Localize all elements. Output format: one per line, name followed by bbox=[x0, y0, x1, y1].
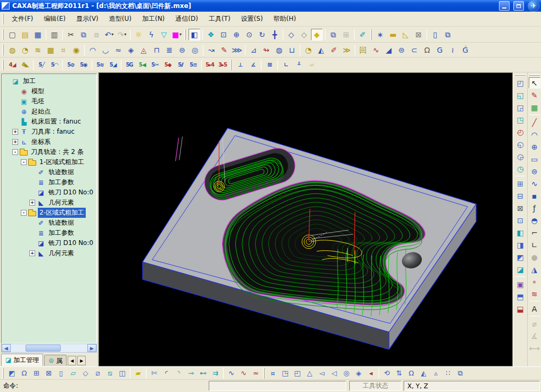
undo-button[interactable]: ↶ bbox=[103, 29, 115, 40]
loft-cut-feature[interactable]: ◷ bbox=[514, 163, 526, 174]
color-swatch-button[interactable]: ■ bbox=[171, 29, 183, 40]
toolbar-handle[interactable] bbox=[230, 60, 232, 70]
polyline-tool[interactable]: ⌐ bbox=[529, 227, 540, 238]
formula-curve-tool[interactable]: ƒ bbox=[529, 202, 540, 214]
trace-machining[interactable]: ≀ bbox=[447, 44, 458, 55]
region-machining[interactable]: ◍ bbox=[273, 44, 285, 55]
five-axis-layer-machining[interactable]: 5≡ bbox=[187, 59, 199, 70]
contour-rough-machining[interactable]: ◔ bbox=[19, 44, 31, 55]
corner-tool[interactable]: ∟ bbox=[529, 239, 540, 250]
shaded-display-button[interactable]: ◆ bbox=[311, 29, 323, 40]
tree-expand-box[interactable]: + bbox=[29, 200, 35, 206]
set-square-tool-button[interactable]: ◺ bbox=[400, 29, 412, 40]
menu-grab-handle[interactable] bbox=[2, 14, 4, 24]
five-axis-flat-machining[interactable]: 5◢ bbox=[107, 59, 119, 70]
print-button[interactable]: ▥ bbox=[48, 29, 60, 40]
visibility-button[interactable]: ϟ bbox=[145, 29, 157, 40]
tree-tp2-geometry[interactable]: + ◣ 几何元素 bbox=[2, 248, 96, 258]
dim-diameter-tool[interactable]: ⌀ bbox=[529, 318, 540, 329]
rib-feature[interactable]: ◨ bbox=[514, 239, 526, 250]
overlay-bird-icon[interactable]: ✈ bbox=[528, 0, 539, 12]
spray-tool-button[interactable]: ✐ bbox=[357, 29, 368, 40]
curve-fillet-tool[interactable]: ◜ bbox=[161, 368, 172, 379]
five-axis-hole-machining[interactable]: 5◉ bbox=[78, 59, 89, 70]
bounded-plane-tool[interactable]: ▯ bbox=[55, 368, 67, 379]
tree-expand-box[interactable]: - bbox=[21, 159, 27, 165]
three-to-five-axis-machining[interactable]: 3▸5 bbox=[217, 59, 228, 70]
check-tool-button[interactable]: ⊠ bbox=[413, 29, 424, 40]
five-axis-line-machining[interactable]: 5╱ bbox=[36, 59, 47, 70]
grid-rough-machining[interactable]: ▦ bbox=[45, 44, 56, 55]
tree-expand-box[interactable]: + bbox=[12, 139, 18, 145]
scroll-track[interactable] bbox=[11, 344, 87, 352]
toolbar-handle[interactable] bbox=[184, 29, 186, 40]
menu-modeling[interactable]: 造型(U) bbox=[104, 12, 137, 26]
coord-arc-tool[interactable]: ∡ bbox=[247, 59, 259, 70]
tree-expand-box[interactable]: - bbox=[12, 149, 18, 155]
drawing-grid-tool[interactable]: ▦ bbox=[529, 102, 540, 113]
menu-tools[interactable]: 工具(T) bbox=[203, 12, 236, 26]
scale-3d-tool[interactable]: ▵ bbox=[430, 368, 441, 379]
coord-delete-tool[interactable]: ⊠ bbox=[264, 59, 275, 70]
sketch-mode-tool[interactable]: ✎ bbox=[529, 89, 540, 101]
hole-feature[interactable]: ⊠ bbox=[514, 202, 526, 214]
minimize-button[interactable] bbox=[499, 1, 510, 11]
copy-window-tool[interactable]: ⧉ bbox=[455, 368, 466, 379]
toolbar-handle[interactable] bbox=[2, 368, 4, 379]
sweep-add-feature[interactable]: ◲ bbox=[514, 102, 526, 113]
entity-mirror-v-tool[interactable]: ◁ bbox=[329, 368, 340, 379]
scroll-thumb[interactable] bbox=[26, 345, 61, 352]
curve-join-tool[interactable]: ⇉ bbox=[210, 368, 221, 379]
extend-surface-tool[interactable]: ⧅ bbox=[104, 368, 116, 379]
curve-projection-machining[interactable]: ↝ bbox=[206, 44, 217, 55]
arc-tool[interactable]: ◠ bbox=[529, 129, 540, 140]
net-surface-tool[interactable]: ◩ bbox=[6, 368, 18, 379]
ellipse-arc-tool[interactable]: ◓ bbox=[529, 215, 540, 226]
tab-machining-manager[interactable]: ◪ 加工管理 bbox=[1, 354, 43, 366]
g01-drill-machining[interactable]: Ω bbox=[421, 44, 433, 55]
toolbar-handle[interactable] bbox=[515, 74, 526, 76]
cone-machining[interactable]: ◭ bbox=[315, 44, 327, 55]
five-axis-cut-machining[interactable]: 5✂ bbox=[149, 59, 161, 70]
boolean-operation[interactable]: ▣ bbox=[514, 279, 526, 290]
dim-angle-tool[interactable]: ∡ bbox=[529, 330, 540, 341]
shell-feature[interactable]: ◧ bbox=[514, 227, 526, 238]
curve-trim-tool[interactable]: ✄ bbox=[149, 368, 160, 379]
save-button[interactable]: ▦ bbox=[32, 29, 44, 40]
menu-file[interactable]: 文件(F) bbox=[6, 12, 38, 26]
five-axis-side-machining[interactable]: 5◀ bbox=[136, 59, 148, 70]
plane-flag-b-tool[interactable]: ⊠ bbox=[43, 368, 54, 379]
entity-rotate-tool[interactable]: ◳ bbox=[280, 368, 291, 379]
entity-mirror-h-tool[interactable]: ◅ bbox=[316, 368, 327, 379]
viewport-canvas[interactable] bbox=[99, 72, 513, 366]
rotate-view-button[interactable]: ↻ bbox=[256, 29, 268, 40]
entity-translate-tool[interactable]: ◰ bbox=[292, 368, 303, 379]
tab-prev-button[interactable]: ◀ bbox=[68, 356, 76, 365]
solid-contour-machining[interactable]: ⊿ bbox=[248, 44, 259, 55]
filter-button[interactable]: ▽ bbox=[158, 29, 170, 40]
panel-toggle-button[interactable]: ◧ bbox=[188, 29, 200, 40]
rect-array-tool[interactable]: ∷ bbox=[442, 368, 454, 379]
spline-edit-tool[interactable]: ∿ bbox=[226, 368, 237, 379]
array-feature[interactable]: ◩ bbox=[514, 251, 526, 263]
offset-surface-tool[interactable]: ◫ bbox=[117, 368, 128, 379]
parallelogram-plane-tool[interactable]: ▱ bbox=[68, 368, 79, 379]
tree-tp2-trajectory-data[interactable]: ✐ 轨迹数据 bbox=[2, 218, 96, 228]
curve-extend-tool[interactable]: ⊸ bbox=[185, 368, 196, 379]
menu-machining[interactable]: 加工(N) bbox=[137, 12, 170, 26]
batch-machining[interactable]: ⋙ bbox=[231, 44, 243, 55]
point-tool[interactable]: ▪ bbox=[529, 190, 540, 201]
engrave-machining[interactable]: ✐ bbox=[328, 44, 340, 55]
toolbar-handle[interactable] bbox=[370, 29, 372, 40]
curve-break-tool[interactable]: ⊷ bbox=[198, 368, 209, 379]
parallel-rough-machining[interactable]: ≋ bbox=[32, 44, 44, 55]
tree-start-point[interactable]: ⊕ 起始点 bbox=[2, 107, 96, 117]
five-axis-g-machining[interactable]: 5G bbox=[124, 59, 135, 70]
tree-horizontal-scrollbar[interactable]: ◀ ▶ bbox=[1, 344, 97, 353]
tree-coordinate-system[interactable]: + ⊾ 坐标系 bbox=[2, 137, 96, 147]
plane-area-rough-machining[interactable]: ◍ bbox=[6, 44, 18, 55]
tree-blank[interactable]: ▣ 毛坯 bbox=[2, 96, 96, 107]
menu-view[interactable]: 显示(V) bbox=[71, 12, 104, 26]
entity-array-circ-tool[interactable]: ◎ bbox=[341, 368, 352, 379]
projection-machining[interactable]: ◬ bbox=[138, 44, 150, 55]
